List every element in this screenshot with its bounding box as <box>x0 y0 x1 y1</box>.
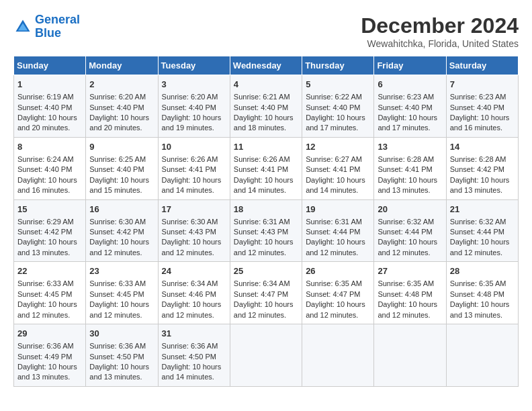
day-number: 29 <box>17 328 82 340</box>
cell-info-line: Sunrise: 6:30 AM <box>162 217 226 227</box>
cell-info-line: Sunrise: 6:36 AM <box>89 341 154 351</box>
day-number: 5 <box>306 79 370 91</box>
cell-info-line: Sunset: 4:50 PM <box>162 352 226 362</box>
cell-info-line: Sunrise: 6:21 AM <box>234 92 298 102</box>
day-number: 8 <box>17 141 82 153</box>
cell-info-line: Sunrise: 6:32 AM <box>450 217 515 227</box>
cell-info-line: Sunrise: 6:35 AM <box>306 279 370 289</box>
cell-info-line: and 16 minutes. <box>17 185 82 195</box>
cell-info-line: Sunset: 4:40 PM <box>89 165 154 175</box>
cell-info-line: Sunrise: 6:26 AM <box>234 154 298 165</box>
cell-info-line: Sunset: 4:41 PM <box>378 165 442 175</box>
cell-info-line: Daylight: 10 hours <box>306 113 370 123</box>
title-block: December 2024 Wewahitchka, Florida, Unit… <box>361 13 519 49</box>
day-number: 18 <box>234 203 298 216</box>
day-number: 15 <box>17 203 82 216</box>
cell-info-line: Sunset: 4:47 PM <box>234 289 298 300</box>
calendar-cell: 12Sunrise: 6:27 AMSunset: 4:41 PMDayligh… <box>302 137 374 199</box>
cell-info-line: Sunset: 4:42 PM <box>450 165 515 175</box>
cell-info-line: Sunrise: 6:31 AM <box>234 217 298 227</box>
calendar-cell: 14Sunrise: 6:28 AMSunset: 4:42 PMDayligh… <box>446 137 518 199</box>
calendar-cell: 15Sunrise: 6:29 AMSunset: 4:42 PMDayligh… <box>14 199 86 262</box>
cell-info-line: and 15 minutes. <box>89 185 154 195</box>
day-number: 21 <box>450 203 515 216</box>
cell-info-line: Sunset: 4:47 PM <box>306 289 370 300</box>
day-number: 4 <box>234 79 298 91</box>
cell-info-line: Daylight: 10 hours <box>17 175 82 185</box>
cell-info-line: Daylight: 10 hours <box>162 113 226 123</box>
cell-info-line: Sunrise: 6:32 AM <box>378 217 442 227</box>
calendar-cell: 8Sunrise: 6:24 AMSunset: 4:40 PMDaylight… <box>14 137 86 199</box>
cell-info-line: and 13 minutes. <box>89 372 154 382</box>
cell-info-line: Sunrise: 6:23 AM <box>450 92 515 102</box>
day-number: 9 <box>89 141 154 153</box>
logo-icon <box>13 17 32 36</box>
week-row-3: 15Sunrise: 6:29 AMSunset: 4:42 PMDayligh… <box>14 199 519 262</box>
week-row-1: 1Sunrise: 6:19 AMSunset: 4:40 PMDaylight… <box>14 75 519 138</box>
cell-info-line: Sunrise: 6:35 AM <box>378 279 442 289</box>
cell-info-line: and 14 minutes. <box>162 372 226 382</box>
cell-info-line: Sunrise: 6:22 AM <box>306 92 370 102</box>
cell-info-line: Sunrise: 6:34 AM <box>234 279 298 289</box>
cell-info-line: Sunset: 4:40 PM <box>162 103 226 113</box>
day-number: 11 <box>234 141 298 153</box>
cell-info-line: Sunset: 4:45 PM <box>89 289 154 300</box>
day-number: 2 <box>89 79 154 91</box>
cell-info-line: Daylight: 10 hours <box>450 175 515 185</box>
calendar-cell: 5Sunrise: 6:22 AMSunset: 4:40 PMDaylight… <box>302 75 374 138</box>
day-number: 16 <box>89 203 154 216</box>
cell-info-line: Daylight: 10 hours <box>17 300 82 310</box>
cell-info-line: Sunset: 4:40 PM <box>234 103 298 113</box>
page-title: December 2024 <box>361 13 519 38</box>
cell-info-line: Sunset: 4:40 PM <box>89 103 154 113</box>
cell-info-line: and 20 minutes. <box>17 123 82 133</box>
cell-info-line: Sunset: 4:43 PM <box>234 227 298 237</box>
cell-info-line: and 12 minutes. <box>378 248 442 258</box>
cell-info-line: Daylight: 10 hours <box>162 362 226 372</box>
day-number: 10 <box>162 141 226 153</box>
day-number: 25 <box>234 265 298 277</box>
calendar-cell: 29Sunrise: 6:36 AMSunset: 4:49 PMDayligh… <box>14 324 86 387</box>
cell-info-line: Sunrise: 6:33 AM <box>17 279 82 289</box>
col-header-wednesday: Wednesday <box>230 56 302 75</box>
cell-info-line: and 13 minutes. <box>17 248 82 258</box>
day-number: 20 <box>378 203 442 216</box>
cell-info-line: Sunset: 4:41 PM <box>306 165 370 175</box>
day-number: 13 <box>378 141 442 153</box>
cell-info-line: and 12 minutes. <box>17 310 82 320</box>
cell-info-line: Sunrise: 6:24 AM <box>17 154 82 165</box>
cell-info-line: Sunrise: 6:28 AM <box>450 154 515 165</box>
calendar-cell: 2Sunrise: 6:20 AMSunset: 4:40 PMDaylight… <box>86 75 158 138</box>
cell-info-line: Sunset: 4:42 PM <box>17 227 82 237</box>
cell-info-line: Sunrise: 6:35 AM <box>450 279 515 289</box>
cell-info-line: and 12 minutes. <box>162 310 226 320</box>
cell-info-line: Daylight: 10 hours <box>162 237 226 247</box>
week-row-4: 22Sunrise: 6:33 AMSunset: 4:45 PMDayligh… <box>14 262 519 324</box>
day-number: 23 <box>89 265 154 277</box>
cell-info-line: Daylight: 10 hours <box>89 237 154 247</box>
day-number: 7 <box>450 79 515 91</box>
calendar-table: SundayMondayTuesdayWednesdayThursdayFrid… <box>13 56 519 387</box>
calendar-cell: 28Sunrise: 6:35 AMSunset: 4:48 PMDayligh… <box>446 262 518 324</box>
cell-info-line: Daylight: 10 hours <box>450 237 515 247</box>
cell-info-line: and 13 minutes. <box>17 372 82 382</box>
cell-info-line: Sunset: 4:40 PM <box>17 165 82 175</box>
cell-info-line: Sunrise: 6:30 AM <box>89 217 154 227</box>
cell-info-line: and 20 minutes. <box>89 123 154 133</box>
day-number: 22 <box>17 265 82 277</box>
cell-info-line: Sunrise: 6:28 AM <box>378 154 442 165</box>
logo-text: General Blue <box>35 13 80 40</box>
page-subtitle: Wewahitchka, Florida, United States <box>361 38 519 49</box>
cell-info-line: Sunrise: 6:20 AM <box>162 92 226 102</box>
cell-info-line: Sunset: 4:43 PM <box>162 227 226 237</box>
cell-info-line: Daylight: 10 hours <box>89 175 154 185</box>
day-number: 30 <box>89 328 154 340</box>
calendar-cell <box>302 324 374 387</box>
cell-info-line: and 17 minutes. <box>378 123 442 133</box>
cell-info-line: and 17 minutes. <box>306 123 370 133</box>
calendar-cell: 18Sunrise: 6:31 AMSunset: 4:43 PMDayligh… <box>230 199 302 262</box>
cell-info-line: Sunrise: 6:19 AM <box>17 92 82 102</box>
calendar-cell: 1Sunrise: 6:19 AMSunset: 4:40 PMDaylight… <box>14 75 86 138</box>
day-number: 19 <box>306 203 370 216</box>
cell-info-line: Daylight: 10 hours <box>306 300 370 310</box>
